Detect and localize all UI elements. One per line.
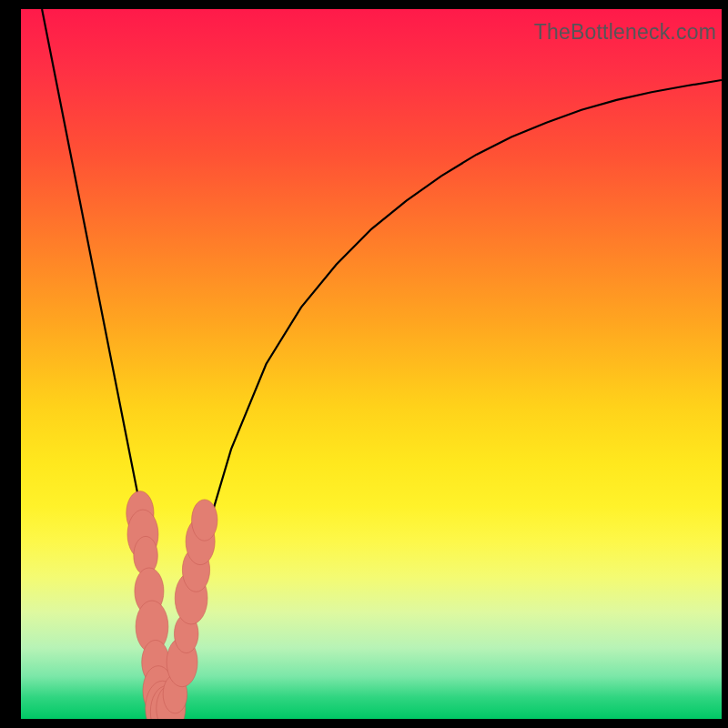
marker-layer <box>126 491 217 719</box>
marker-point <box>192 500 217 541</box>
watermark-text: TheBottleneck.com <box>534 20 716 45</box>
chart-frame: TheBottleneck.com <box>0 0 728 728</box>
curve-layer <box>21 9 722 719</box>
plot-area: TheBottleneck.com <box>21 9 722 719</box>
